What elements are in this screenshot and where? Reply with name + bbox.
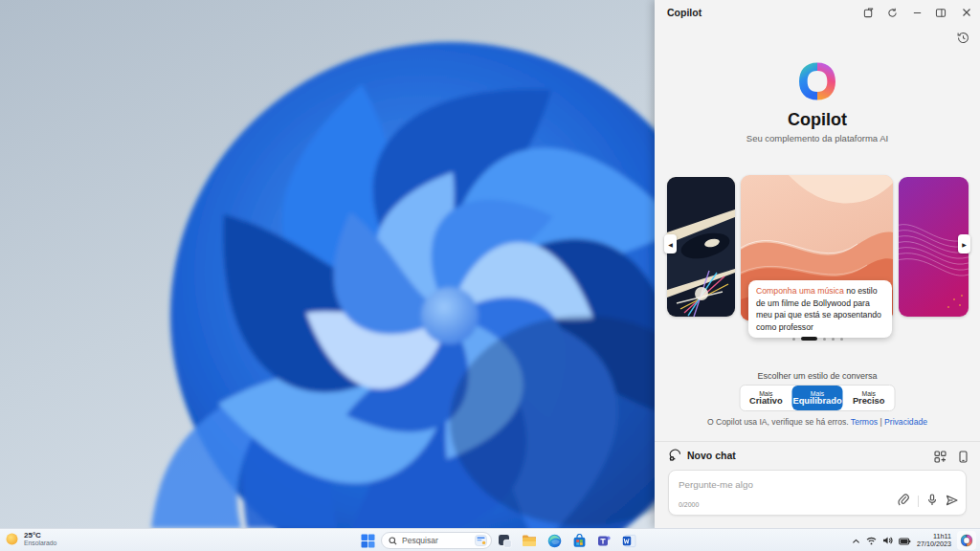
carousel-pagination[interactable] bbox=[655, 337, 980, 341]
terms-link[interactable]: Termos bbox=[851, 417, 878, 427]
window-title: Copilot bbox=[667, 7, 702, 18]
copilot-logo-icon bbox=[795, 59, 839, 103]
apps-grid-icon[interactable] bbox=[934, 450, 947, 467]
paperclip-icon[interactable] bbox=[898, 493, 909, 510]
privacy-link[interactable]: Privacidade bbox=[884, 417, 927, 427]
style-option-precise[interactable]: Mais Preciso bbox=[843, 386, 895, 410]
word-icon bbox=[622, 534, 636, 548]
history-icon[interactable] bbox=[954, 30, 971, 45]
word-button[interactable] bbox=[620, 532, 637, 549]
taskbar-search[interactable]: Pesquisar bbox=[381, 532, 492, 549]
pagination-dot-active[interactable] bbox=[801, 337, 817, 341]
carousel-next-icon[interactable]: ▶ bbox=[958, 234, 970, 253]
chevron-up-icon[interactable] bbox=[852, 532, 860, 549]
close-icon[interactable] bbox=[957, 5, 976, 20]
teams-icon bbox=[597, 534, 612, 548]
task-view-icon bbox=[498, 534, 512, 548]
store-icon bbox=[572, 534, 587, 548]
copilot-mini-icon bbox=[960, 534, 973, 547]
chat-input[interactable] bbox=[679, 476, 908, 492]
copilot-taskbar-button[interactable] bbox=[957, 531, 976, 550]
battery-icon[interactable] bbox=[899, 532, 911, 549]
microphone-icon[interactable] bbox=[927, 493, 937, 510]
search-placeholder: Pesquisar bbox=[402, 536, 475, 545]
system-tray: 11h11 27/10/2023 bbox=[852, 529, 976, 551]
hero-subtitle: Seu complemento da plataforma AI bbox=[655, 133, 980, 143]
pagination-dot[interactable] bbox=[823, 338, 826, 341]
open-in-new-window-icon[interactable] bbox=[858, 5, 878, 20]
char-counter: 0/2000 bbox=[679, 501, 699, 508]
phone-icon[interactable] bbox=[958, 450, 969, 467]
hero-title: Copilot bbox=[655, 110, 980, 130]
copilot-panel: Copilot bbox=[655, 0, 980, 528]
style-option-balanced[interactable]: Mais Equilibrado bbox=[791, 386, 843, 410]
copilot-hero: Copilot Seu complemento da plataforma AI bbox=[655, 59, 980, 143]
style-option-creative[interactable]: Mais Criativo bbox=[741, 386, 792, 410]
windows-start-icon bbox=[361, 534, 375, 548]
weather-temp: 25°C bbox=[24, 531, 56, 540]
volume-icon[interactable] bbox=[882, 532, 893, 549]
suggestion-carousel: ◀ ▶ Componha uma música no estilo de um … bbox=[655, 175, 980, 320]
carousel-card-previous[interactable] bbox=[667, 177, 735, 317]
new-chat-row: Novo chat bbox=[655, 447, 980, 466]
weather-condition: Ensolarado bbox=[24, 540, 56, 547]
search-icon bbox=[389, 537, 397, 545]
pagination-dot[interactable] bbox=[840, 338, 843, 341]
search-highlights-icon bbox=[475, 535, 487, 546]
carousel-prev-icon[interactable]: ◀ bbox=[664, 234, 677, 253]
file-explorer-icon bbox=[522, 534, 537, 547]
edge-button[interactable] bbox=[546, 532, 563, 549]
composer-divider bbox=[655, 441, 980, 442]
edge-icon bbox=[547, 534, 562, 548]
ai-disclaimer: O Copilot usa IA, verifique se há erros.… bbox=[655, 417, 980, 427]
pagination-dot[interactable] bbox=[832, 338, 835, 341]
desktop-wallpaper bbox=[0, 0, 655, 528]
new-chat-button[interactable]: Novo chat bbox=[668, 449, 736, 461]
refresh-icon[interactable] bbox=[882, 5, 902, 20]
sun-icon bbox=[5, 532, 19, 546]
dock-to-side-icon[interactable] bbox=[931, 5, 950, 20]
taskbar: 25°C Ensolarado Pesquisar bbox=[0, 528, 980, 551]
taskbar-clock[interactable]: 11h11 27/10/2023 bbox=[917, 533, 951, 549]
conversation-style-selector: Mais Criativo Mais Equilibrado Mais Prec… bbox=[740, 385, 896, 411]
pagination-dot[interactable] bbox=[792, 338, 795, 341]
wifi-icon[interactable] bbox=[866, 532, 877, 549]
task-view-button[interactable] bbox=[496, 532, 513, 549]
screen: Copilot bbox=[0, 0, 980, 551]
minimize-icon[interactable] bbox=[907, 5, 926, 20]
copilot-titlebar: Copilot bbox=[655, 0, 980, 25]
file-explorer-button[interactable] bbox=[521, 532, 538, 549]
conversation-style-label: Escolher um estilo de conversa bbox=[655, 371, 980, 381]
suggestion-highlight: Componha uma música bbox=[756, 286, 844, 296]
teams-button[interactable] bbox=[595, 532, 612, 549]
suggestion-tooltip[interactable]: Componha uma música no estilo de um film… bbox=[748, 280, 892, 338]
weather-widget[interactable]: 25°C Ensolarado bbox=[5, 531, 56, 547]
send-icon[interactable] bbox=[946, 493, 958, 510]
composer-divider-line bbox=[918, 496, 919, 507]
store-button[interactable] bbox=[570, 532, 588, 549]
clock-date: 27/10/2023 bbox=[917, 540, 951, 549]
new-chat-label: Novo chat bbox=[687, 450, 736, 461]
start-button[interactable] bbox=[359, 532, 376, 549]
chat-input-box: 0/2000 bbox=[668, 470, 967, 516]
